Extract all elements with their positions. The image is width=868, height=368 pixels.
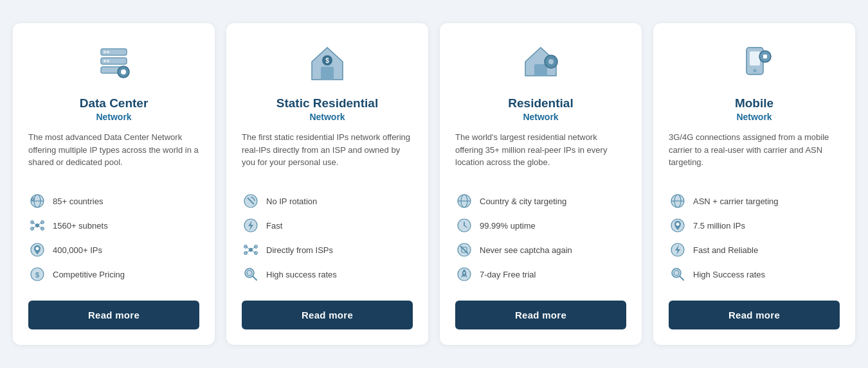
svg-point-5	[104, 51, 106, 53]
features-list-residential: Country & city targeting 99.99% uptime N…	[455, 189, 626, 286]
svg-text:$: $	[325, 57, 329, 64]
svg-point-49	[548, 59, 554, 64]
feature-text-success: High success rates	[266, 270, 337, 279]
cards-container: Data Center Network The most advanced Da…	[13, 23, 855, 345]
feature-item-ips: 400,000+ IPs	[28, 238, 199, 262]
feature-item-reliable: Fast and Reliable	[669, 238, 840, 262]
svg-point-4	[121, 69, 126, 74]
read-more-button-mobile[interactable]: Read more	[669, 301, 840, 329]
feature-icon-isp	[242, 241, 260, 259]
feature-item-captcha: Never see captcha again	[455, 238, 626, 262]
svg-rect-65	[763, 55, 767, 58]
card-description-residential: The world's largest residential network …	[455, 131, 626, 177]
card-title-static-residential: Static Residential	[276, 96, 378, 110]
feature-text-uptime: 99.99% uptime	[480, 221, 536, 231]
svg-point-7	[104, 60, 106, 62]
feature-icon-fast	[242, 216, 260, 234]
card-static-residential: $ Static Residential Network The first s…	[226, 23, 428, 345]
feature-icon-captcha	[455, 241, 473, 259]
svg-text:$: $	[35, 271, 39, 279]
svg-point-8	[107, 60, 109, 62]
feature-text-asn: ASN + carrier targeting	[693, 197, 779, 206]
feature-icon-uptime	[455, 216, 473, 234]
svg-point-24	[36, 247, 39, 250]
feature-item-million-ips: 7.5 million IPs	[669, 213, 840, 238]
feature-text-ips: 400,000+ IPs	[53, 245, 102, 255]
card-description-data-center: The most advanced Data Center Network of…	[28, 131, 199, 177]
svg-point-6	[107, 51, 109, 53]
feature-icon-no-rotation	[242, 192, 260, 210]
read-more-button-data-center[interactable]: Read more	[28, 301, 199, 329]
feature-item-fast: Fast	[242, 213, 413, 238]
feature-item-success: High success rates	[242, 262, 413, 286]
svg-point-70	[676, 223, 680, 226]
feature-icon-trial	[455, 265, 473, 283]
feature-item-isp: Directly from ISPs	[242, 238, 413, 262]
card-subtitle-static-residential: Network	[309, 112, 345, 122]
feature-item-countries: 85+ countries	[28, 189, 199, 213]
feature-icon-city	[455, 192, 473, 210]
svg-rect-28	[321, 67, 334, 80]
features-list-static-residential: No IP rotation Fast Directly from ISPs H…	[242, 189, 413, 286]
feature-icon-reliable	[669, 241, 687, 259]
feature-text-isp: Directly from ISPs	[266, 245, 333, 255]
feature-text-high-success: High Success rates	[693, 270, 765, 279]
feature-icon-asn	[669, 192, 687, 210]
feature-icon-pricing: $	[28, 265, 46, 283]
feature-icon-million-ips	[669, 216, 687, 234]
feature-item-asn: ASN + carrier targeting	[669, 189, 840, 213]
feature-text-city: Country & city targeting	[480, 197, 566, 206]
svg-line-75	[680, 276, 683, 280]
feature-text-fast: Fast	[266, 221, 282, 231]
features-list-mobile: ASN + carrier targeting 7.5 million IPs …	[669, 189, 840, 286]
card-data-center: Data Center Network The most advanced Da…	[13, 23, 215, 345]
svg-point-60	[464, 272, 466, 274]
feature-item-uptime: 99.99% uptime	[455, 213, 626, 238]
card-title-residential: Residential	[508, 96, 573, 110]
card-description-mobile: 3G/4G connections assigned from a mobile…	[669, 131, 840, 177]
mobile-icon	[731, 41, 777, 87]
svg-line-45	[253, 276, 257, 280]
static-residential-icon: $	[304, 41, 350, 87]
feature-text-subnets: 1560+ subnets	[53, 221, 108, 231]
feature-text-trial: 7-day Free trial	[480, 270, 536, 279]
read-more-button-residential[interactable]: Read more	[455, 301, 626, 329]
card-subtitle-data-center: Network	[96, 112, 131, 122]
card-title-data-center: Data Center	[80, 96, 149, 110]
feature-icon-ips	[28, 241, 46, 259]
feature-text-captcha: Never see captcha again	[480, 245, 572, 255]
feature-icon-high-success	[669, 265, 687, 283]
card-subtitle-mobile: Network	[736, 112, 772, 122]
feature-item-no-rotation: No IP rotation	[242, 189, 413, 213]
feature-item-high-success: High Success rates	[669, 262, 840, 286]
feature-item-city: Country & city targeting	[455, 189, 626, 213]
feature-item-trial: 7-day Free trial	[455, 262, 626, 286]
card-mobile: Mobile Network 3G/4G connections assigne…	[653, 23, 855, 345]
feature-text-countries: 85+ countries	[53, 197, 103, 206]
feature-item-subnets: 1560+ subnets	[28, 213, 199, 238]
feature-text-pricing: Competitive Pricing	[53, 270, 125, 279]
feature-icon-countries	[28, 192, 46, 210]
feature-text-reliable: Fast and Reliable	[693, 245, 758, 255]
feature-item-pricing: $ Competitive Pricing	[28, 262, 199, 286]
card-description-static-residential: The first static residential IPs network…	[242, 131, 413, 177]
svg-rect-47	[534, 64, 547, 76]
data-center-icon	[91, 41, 137, 87]
svg-point-63	[754, 69, 757, 73]
feature-text-million-ips: 7.5 million IPs	[693, 221, 745, 231]
read-more-button-static-residential[interactable]: Read more	[242, 301, 413, 329]
card-subtitle-residential: Network	[523, 112, 558, 122]
feature-icon-success	[242, 265, 260, 283]
card-residential: Residential Network The world's largest …	[440, 23, 642, 345]
card-title-mobile: Mobile	[735, 96, 773, 110]
feature-icon-subnets	[28, 216, 46, 234]
svg-point-13	[32, 198, 33, 200]
svg-rect-62	[750, 51, 760, 66]
features-list-data-center: 85+ countries 1560+ subnets 400,000+ IPs…	[28, 189, 199, 286]
feature-text-no-rotation: No IP rotation	[266, 197, 317, 206]
residential-icon	[518, 41, 564, 87]
